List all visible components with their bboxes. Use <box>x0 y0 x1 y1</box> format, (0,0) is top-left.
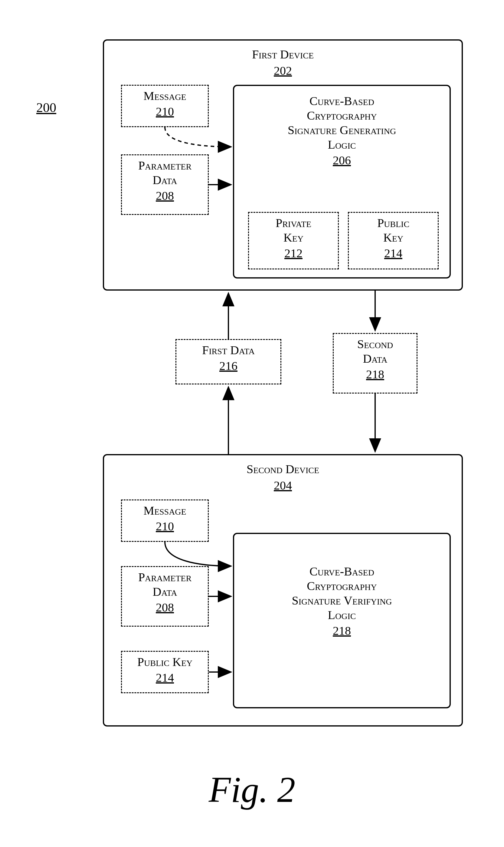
d1-param-title2: Data <box>124 173 205 188</box>
first-data-ref: 216 <box>179 359 278 373</box>
d2-param-ref: 208 <box>124 600 205 615</box>
d2-message-ref: 210 <box>124 519 205 533</box>
d1-pubkey-box: Public Key 214 <box>348 212 439 269</box>
figure-caption: Fig. 2 <box>0 769 504 811</box>
d1-logic-l1: Curve-Based <box>234 94 450 108</box>
first-data-title: First Data <box>179 343 278 357</box>
d2-message-title: Message <box>124 504 205 518</box>
d1-param-ref: 208 <box>124 189 205 203</box>
first-data-box: First Data 216 <box>176 339 281 385</box>
d2-pubkey-box: Public Key 214 <box>121 651 209 693</box>
second-data-t2: Data <box>336 351 414 366</box>
d1-pubkey-t2: Key <box>351 230 435 245</box>
d1-privkey-ref: 212 <box>251 246 336 260</box>
d1-privkey-t2: Key <box>251 230 336 245</box>
d2-logic-box: Curve-Based Cryptography Signature Verif… <box>233 533 451 708</box>
d2-param-t2: Data <box>124 585 205 599</box>
d1-message-box: Message 210 <box>121 85 209 127</box>
d2-logic-l1: Curve-Based <box>234 564 450 579</box>
d1-logic-l4: Logic <box>234 138 450 152</box>
second-device-title: Second Device <box>104 462 462 476</box>
d1-message-ref: 210 <box>124 104 205 119</box>
d2-pubkey-ref: 214 <box>124 671 205 685</box>
d2-param-t1: Parameter <box>124 570 205 585</box>
second-data-box: Second Data 218 <box>333 333 417 393</box>
d2-logic-l2: Cryptography <box>234 579 450 593</box>
d2-logic-l4: Logic <box>234 608 450 622</box>
d2-param-box: Parameter Data 208 <box>121 566 209 627</box>
d1-logic-l3: Signature Generating <box>234 123 450 138</box>
d1-message-title: Message <box>124 89 205 103</box>
d1-pubkey-t1: Public <box>351 216 435 230</box>
second-device-ref: 204 <box>104 478 462 493</box>
first-device-title: First Device <box>104 47 462 62</box>
first-device-ref: 202 <box>104 64 462 78</box>
second-data-t1: Second <box>336 337 414 351</box>
d1-param-title1: Parameter <box>124 158 205 173</box>
second-data-ref: 218 <box>336 367 414 382</box>
d1-logic-ref: 206 <box>234 153 450 167</box>
d2-logic-l3: Signature Verifying <box>234 593 450 608</box>
d2-pubkey-title: Public Key <box>124 655 205 669</box>
d1-param-box: Parameter Data 208 <box>121 154 209 215</box>
d2-message-box: Message 210 <box>121 499 209 542</box>
d1-privkey-box: Private Key 212 <box>248 212 339 269</box>
d1-logic-l2: Cryptography <box>234 108 450 123</box>
d1-pubkey-ref: 214 <box>351 246 435 260</box>
d2-logic-ref: 218 <box>234 623 450 638</box>
d1-privkey-t1: Private <box>251 216 336 230</box>
figure-number: 200 <box>36 100 56 115</box>
